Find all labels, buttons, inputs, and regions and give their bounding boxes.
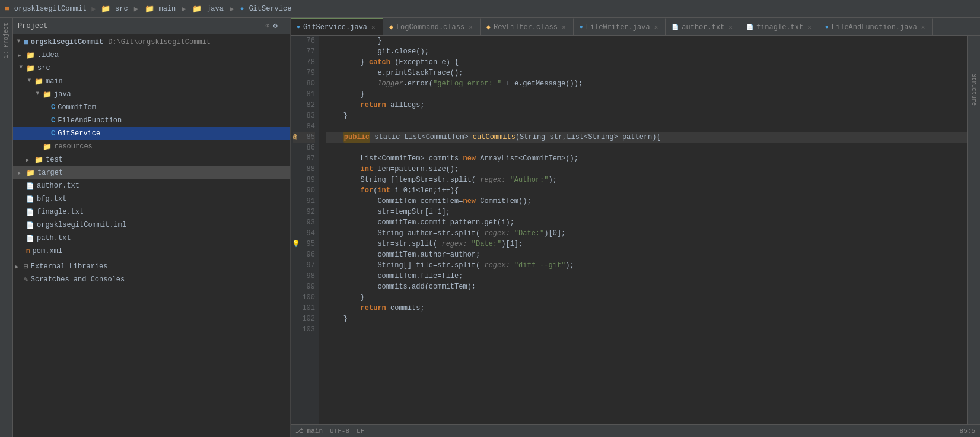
breadcrumb-main[interactable]: main (159, 5, 176, 13)
icon-extlibs: ⊞ (24, 262, 28, 271)
tree-item-test[interactable]: ▶ 📁 test (13, 153, 290, 166)
tree-item-resources[interactable]: 📁 resources (13, 140, 290, 153)
tab-fileandfunc[interactable]: ● FileAndFunction.java ✕ (819, 18, 933, 35)
panel-title: Project (18, 22, 262, 30)
gutter-93: 93 (293, 217, 315, 228)
tree-item-gitservice[interactable]: C GitService (13, 127, 290, 140)
editor-content: 76 77 78 79 80 81 82 83 84 @ 85 86 87 88… (291, 36, 980, 424)
gutter-98: 98 (293, 271, 315, 281)
tree-item-committem[interactable]: C CommitTem (13, 101, 290, 114)
icon-gitservice: C (51, 129, 55, 138)
tree-item-src[interactable]: ▶ 📁 src (13, 62, 290, 75)
root-path: D:\Git\orgsklsegitCommit (108, 38, 211, 46)
folder-icon-java: 📁 (192, 4, 202, 14)
java-label: java (54, 90, 71, 99)
icon-iml: 📄 (26, 221, 34, 229)
tab-icon-author: 📄 (672, 24, 679, 31)
tab-finagle[interactable]: 📄 finagle.txt ✕ (740, 18, 819, 35)
tree-item-extlibs[interactable]: ▶ ⊞ External Libraries (13, 260, 290, 273)
icon-resources: 📁 (43, 142, 52, 151)
project-panel: Project ⊕ ⚙ — ▶ ■ orgsklsegitCommit D:\G… (13, 18, 291, 437)
code-line-93: commitTem.commit=pattern.get(i); (326, 217, 967, 228)
tree-item-pom[interactable]: m pom.xml (13, 245, 290, 258)
expand-extlibs: ▶ (15, 264, 21, 270)
icon-bfg: 📄 (26, 195, 34, 203)
gutter-79: 79 (293, 68, 315, 78)
tree-item-idea[interactable]: ▶ 📁 .idea (13, 49, 290, 62)
icon-path: 📄 (26, 235, 34, 242)
editor-area: ● GitService.java ✕ ◆ LogCommand.class ✕… (291, 18, 980, 437)
test-label: test (46, 156, 63, 164)
tab-close-filewriter[interactable]: ✕ (653, 23, 660, 31)
tree-item-scratches[interactable]: ✎ Scratches and Consoles (13, 273, 290, 286)
panel-icon-hide[interactable]: — (281, 22, 285, 30)
breadcrumb-src[interactable]: src (115, 5, 128, 13)
tree-item-finagle[interactable]: 📄 finagle.txt (13, 205, 290, 218)
code-line-95: str=str.split( regex: "Date:")[1]; (326, 239, 967, 249)
folder-icon-main: 📁 (145, 4, 154, 14)
panel-icon-refresh[interactable]: ⊕ (265, 21, 269, 30)
author-label: author.txt (37, 182, 79, 190)
icon-java-folder: 📁 (43, 90, 52, 99)
tab-close-revfilter[interactable]: ✕ (561, 23, 567, 31)
tab-close-gitservice[interactable]: ✕ (370, 23, 377, 31)
gutter-77: 77 (293, 46, 315, 57)
tab-author[interactable]: 📄 author.txt ✕ (666, 18, 740, 35)
pom-label: pom.xml (33, 247, 62, 255)
code-line-100: } (326, 292, 967, 303)
finagle-label: finagle.txt (37, 208, 84, 216)
tree-item-java[interactable]: ▶ 📁 java (13, 88, 290, 101)
tree-item-author[interactable]: 📄 author.txt (13, 179, 290, 192)
gutter-99: 99 (293, 281, 315, 292)
tree-item-bfg[interactable]: 📄 bfg.txt (13, 192, 290, 205)
code-editor[interactable]: } git.close(); } catch (Exception e) { e… (319, 36, 967, 424)
tab-logcommand[interactable]: ◆ LogCommand.class ✕ (383, 18, 481, 35)
icon-main: 📁 (34, 77, 43, 86)
left-strip: 1: Project (0, 18, 13, 437)
icon-fileandfunc: C (51, 116, 55, 125)
breadcrumb-sep1: ▶ (91, 4, 96, 14)
tree-item-root[interactable]: ▶ ■ orgsklsegitCommit D:\Git\orgsklsegit… (13, 36, 290, 49)
tab-revfilter[interactable]: ◆ RevFilter.class ✕ (481, 18, 574, 35)
breadcrumb-sep3: ▶ (182, 4, 186, 14)
breadcrumb-gitservice[interactable]: GitService (249, 5, 291, 13)
main-label: main (46, 77, 63, 86)
gutter-85: @ 85 (293, 132, 315, 142)
tree-item-path[interactable]: 📄 path.txt (13, 232, 290, 245)
tree-item-target[interactable]: ▶ 📁 target (13, 166, 290, 179)
tab-close-finagle[interactable]: ✕ (806, 23, 813, 31)
breadcrumb-java[interactable]: java (206, 5, 224, 13)
icon-finagle: 📄 (26, 208, 34, 216)
code-line-85: public static List<CommitTem> cutCommits… (326, 132, 967, 142)
tab-icon-fileandfunc: ● (825, 24, 829, 30)
tab-gitservice[interactable]: ● GitService.java ✕ (291, 18, 383, 35)
code-line-79: e.printStackTrace(); (326, 68, 967, 78)
gitservice-label: GitService (58, 129, 100, 138)
code-line-81: } (326, 89, 967, 100)
tree-item-main[interactable]: ▶ 📁 main (13, 75, 290, 88)
bottom-linesep: LF (357, 428, 364, 435)
tree-item-iml[interactable]: 📄 orgsklsegitCommit.iml (13, 218, 290, 232)
tab-filewriter[interactable]: ● FileWriter.java ✕ (574, 18, 666, 35)
expand-java: ▶ (34, 91, 41, 97)
code-line-76: } (326, 36, 967, 46)
gutter-89: 89 (293, 175, 315, 185)
gutter-83: 83 (293, 110, 315, 121)
tabs-bar: ● GitService.java ✕ ◆ LogCommand.class ✕… (291, 18, 980, 36)
tree-item-fileandfunc[interactable]: C FileAndFunction (13, 114, 290, 127)
project-name[interactable]: orgsklsegitCommit (14, 5, 87, 13)
tab-close-fileandfunc[interactable]: ✕ (920, 23, 927, 31)
tab-close-author[interactable]: ✕ (727, 23, 734, 31)
expand-target: ▶ (18, 170, 24, 176)
code-line-101: return commits; (326, 303, 967, 314)
bottom-git: ⎇ main (295, 427, 323, 435)
gutter-100: 100 (293, 292, 315, 303)
project-tab[interactable]: 1: Project (2, 20, 11, 61)
panel-icon-settings[interactable]: ⚙ (273, 21, 278, 30)
structure-tab[interactable]: Structure (969, 71, 978, 108)
tab-close-logcommand[interactable]: ✕ (467, 23, 474, 31)
committem-label: CommitTem (58, 103, 96, 112)
gutter-92: 92 (293, 207, 315, 217)
gutter-94: 94 (293, 228, 315, 239)
scratches-label: Scratches and Consoles (31, 276, 125, 284)
